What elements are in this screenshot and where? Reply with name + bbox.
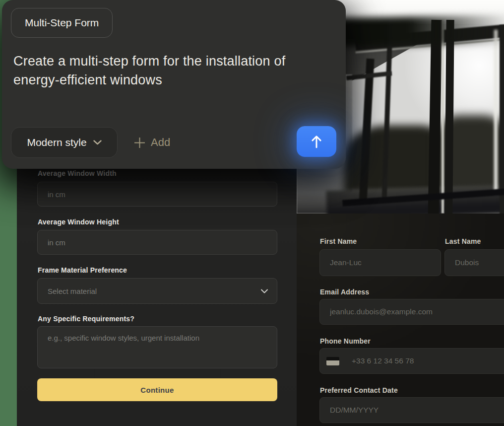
page: Average Window Width Average Window Heig… <box>0 0 504 426</box>
send-button[interactable] <box>297 126 336 157</box>
prompt-card: Multi-Step Form Create a multi-step form… <box>2 0 346 169</box>
average-window-width-input[interactable] <box>37 182 277 207</box>
continue-button[interactable]: Continue <box>37 378 277 401</box>
first-name-input[interactable] <box>319 249 441 276</box>
chevron-down-icon <box>261 289 268 293</box>
contact-date-input[interactable] <box>319 397 504 423</box>
average-window-height-input[interactable] <box>37 230 277 255</box>
arrow-up-icon <box>310 135 323 148</box>
contact-date-label: Preferred Contact Date <box>320 386 398 394</box>
frame-material-label: Frame Material Preference <box>38 266 127 274</box>
flag-icon <box>326 357 339 365</box>
phone-input[interactable] <box>319 348 504 374</box>
plus-icon <box>134 137 145 148</box>
average-window-width-label: Average Window Width <box>38 169 117 177</box>
average-window-height-label: Average Window Height <box>38 218 119 226</box>
add-button-label: Add <box>151 136 170 149</box>
add-button[interactable]: Add <box>130 127 174 158</box>
phone-label: Phone Number <box>320 337 371 345</box>
last-name-label: Last Name <box>445 237 481 245</box>
prompt-text: Create a multi-step form for the install… <box>13 52 321 89</box>
chevron-down-icon <box>93 140 102 145</box>
email-input[interactable] <box>319 299 504 325</box>
frame-material-select-value: Select material <box>48 287 97 295</box>
prompt-badge: Multi-Step Form <box>11 8 113 38</box>
last-name-input[interactable] <box>444 249 504 276</box>
requirements-label: Any Specific Requirements? <box>38 315 134 323</box>
style-dropdown-value: Modern style <box>27 137 86 148</box>
frame-material-select[interactable]: Select material <box>37 278 277 304</box>
email-label: Email Address <box>320 288 369 296</box>
style-dropdown[interactable]: Modern style <box>11 127 118 158</box>
first-name-label: First Name <box>320 237 357 245</box>
requirements-textarea[interactable] <box>37 326 277 368</box>
